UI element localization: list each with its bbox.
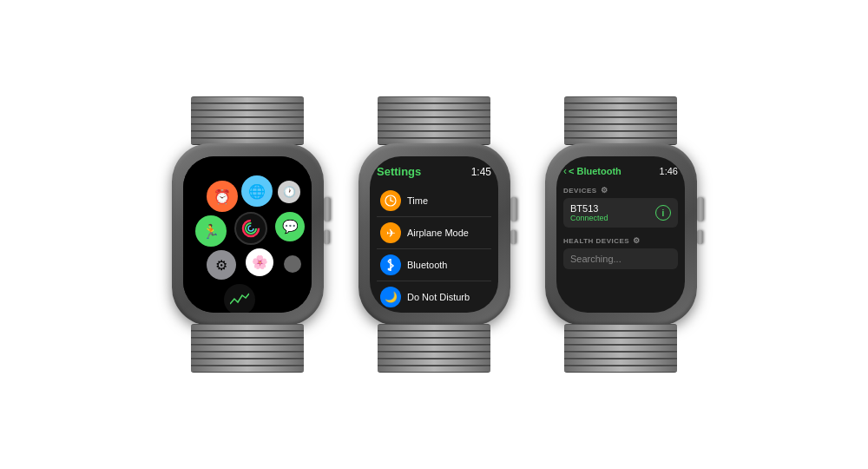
watch-2-crown[interactable] [510, 197, 517, 221]
bt-device-status: Connected [570, 214, 608, 222]
band-segment [564, 366, 677, 373]
bt-info-button[interactable]: i [655, 205, 671, 221]
bt-back-button[interactable]: ‹ < Bluetooth [563, 165, 621, 177]
band-segment [564, 117, 677, 124]
band-segment [191, 345, 304, 352]
app-icon-clock[interactable]: 🕐 [278, 181, 300, 203]
watch-2-body: Settings 1:45 [358, 96, 510, 373]
band-segment [191, 366, 304, 373]
app-icon-globe[interactable]: 🌐 [241, 175, 273, 207]
band-segment [564, 331, 677, 338]
band-segment [564, 110, 677, 117]
watch-3-case: ‹ < Bluetooth 1:46 DEVICES ⚙ BT513 [545, 143, 697, 326]
bt-title: < Bluetooth [569, 166, 621, 176]
bt-health-gear-icon: ⚙ [633, 236, 641, 245]
watch-2: Settings 1:45 [358, 96, 510, 373]
watch-1-case: ⏰ 🌐 🕐 🏃 [172, 143, 324, 326]
band-segment [378, 366, 490, 373]
watch-1-side-button[interactable] [324, 230, 330, 244]
app-icon-activity[interactable]: 🏃 [195, 215, 227, 247]
band-segment [191, 338, 304, 345]
app-icon-alarm[interactable]: ⏰ [207, 181, 238, 212]
band-segment [191, 96, 304, 103]
watch-1-band-top [191, 96, 304, 145]
app-icon-fitness[interactable] [234, 212, 267, 245]
watch-2-screen: Settings 1:45 [370, 156, 498, 313]
band-segment [378, 131, 490, 138]
band-segment [378, 324, 490, 331]
band-segment [564, 352, 677, 359]
settings-screen: Settings 1:45 [370, 156, 498, 313]
watch-2-case: Settings 1:45 [358, 143, 510, 326]
settings-time: 1:45 [471, 166, 491, 178]
band-segment [564, 96, 677, 103]
bt-searching-label: Searching... [570, 254, 621, 264]
svg-point-2 [248, 226, 253, 231]
watch-1-crown[interactable] [324, 197, 331, 221]
settings-header: Settings 1:45 [377, 165, 491, 178]
settings-item-label-time: Time [407, 195, 428, 206]
settings-item-label-airplane: Airplane Mode [407, 228, 469, 238]
band-segment [378, 352, 490, 359]
watch-3-body: ‹ < Bluetooth 1:46 DEVICES ⚙ BT513 [545, 96, 697, 373]
watch-3-crown[interactable] [697, 197, 704, 221]
bt-time: 1:46 [660, 166, 678, 176]
settings-item-label-donotdisturb: Do Not Disturb [407, 292, 470, 302]
band-segment [191, 117, 304, 124]
watch-2-band-top [378, 96, 490, 145]
settings-item-label-bluetooth: Bluetooth [407, 260, 447, 270]
watch-3-band-bottom [564, 324, 677, 373]
bt-device-name: BT513 [570, 203, 608, 214]
svg-point-1 [246, 223, 256, 234]
app-icon-settings[interactable]: ⚙ [207, 250, 236, 280]
app-icon-small[interactable] [284, 255, 301, 273]
settings-icon-bluetooth [380, 254, 401, 275]
bt-back-arrow-icon: ‹ [563, 165, 567, 177]
bluetooth-detail-screen: ‹ < Bluetooth 1:46 DEVICES ⚙ BT513 [556, 156, 685, 313]
watches-container: ⏰ 🌐 🕐 🏃 [155, 79, 714, 390]
app-icons-layout: ⏰ 🌐 🕐 🏃 [191, 165, 304, 304]
watch-1-band-bottom [191, 324, 304, 373]
band-segment [564, 124, 677, 131]
watch-1: ⏰ 🌐 🕐 🏃 [172, 96, 324, 373]
band-segment [191, 324, 304, 331]
band-segment [378, 331, 490, 338]
band-segment [378, 345, 490, 352]
band-segment [191, 359, 304, 366]
band-segment [191, 352, 304, 359]
watch-2-side-button[interactable] [510, 230, 516, 244]
band-segment [191, 110, 304, 117]
bt-devices-gear-icon: ⚙ [601, 186, 608, 195]
band-segment [378, 103, 490, 110]
bt-device-row[interactable]: BT513 Connected i [563, 198, 678, 228]
band-segment [564, 359, 677, 366]
settings-item-time[interactable]: Time [377, 185, 491, 217]
app-icon-stocks[interactable] [224, 284, 255, 313]
settings-item-donotdisturb[interactable]: 🌙 Do Not Disturb [377, 281, 491, 313]
watch-3-side-button[interactable] [697, 230, 703, 244]
bt-devices-label: DEVICES ⚙ [563, 186, 678, 195]
settings-item-airplane[interactable]: ✈ Airplane Mode [377, 217, 491, 249]
settings-icon-time [380, 190, 401, 211]
band-segment [564, 345, 677, 352]
band-segment [378, 338, 490, 345]
band-segment [378, 359, 490, 366]
watch-3-band-top [564, 96, 677, 145]
bt-searching-row: Searching... [563, 248, 678, 269]
settings-item-bluetooth[interactable]: Bluetooth [377, 249, 491, 281]
app-icon-photos[interactable]: 🌸 [246, 248, 273, 276]
settings-title: Settings [377, 165, 421, 178]
bt-device-info: BT513 Connected [570, 203, 608, 222]
app-grid: ⏰ 🌐 🕐 🏃 [183, 156, 312, 313]
watch-2-band-bottom [378, 324, 490, 373]
band-segment [191, 131, 304, 138]
band-segment [378, 110, 490, 117]
watch-1-body: ⏰ 🌐 🕐 🏃 [172, 96, 324, 373]
watch-3: ‹ < Bluetooth 1:46 DEVICES ⚙ BT513 [545, 96, 697, 373]
app-icon-messages[interactable]: 💬 [275, 212, 305, 241]
settings-icon-airplane: ✈ [380, 222, 401, 243]
band-segment [564, 131, 677, 138]
watch-3-screen: ‹ < Bluetooth 1:46 DEVICES ⚙ BT513 [556, 156, 685, 313]
band-segment [378, 117, 490, 124]
band-segment [378, 124, 490, 131]
